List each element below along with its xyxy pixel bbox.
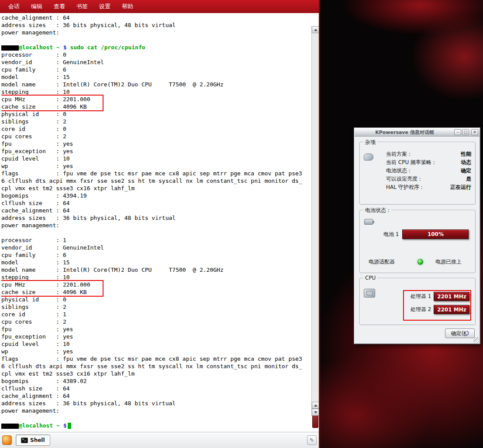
adapter-label: 电源适配器: [369, 258, 417, 266]
menu-bookmarks[interactable]: 书签: [71, 0, 93, 13]
terminal-line: core id : 1: [1, 311, 310, 318]
terminal-prompt-line: @localhost ~ $ sudo cat /proc/cpuinfo: [1, 44, 310, 51]
terminal-line: fpu_exception : yes: [1, 147, 310, 155]
terminal-line: processor : 0: [1, 51, 310, 58]
arrow-up-icon: [314, 404, 317, 407]
terminal-scrollbar[interactable]: [311, 26, 319, 416]
close-button[interactable]: [471, 129, 478, 135]
cpu-icon: [364, 289, 375, 298]
dialog-titlebar[interactable]: KPowersave 信息对话框: [355, 128, 480, 137]
terminal-line: cache size : 4096 KB: [1, 103, 103, 110]
terminal-line: cpu family : 6: [1, 251, 310, 259]
terminal-line: cpl vmx est tm2 ssse3 cx16 xtpr lahf_lm: [1, 185, 310, 192]
cpu-row-1: 处理器 1 2201 MHz: [411, 292, 469, 301]
misc-value-battery-state: 确定: [461, 167, 471, 174]
app-launcher-icon[interactable]: [2, 435, 12, 445]
redacted-username: [1, 424, 19, 429]
terminal-line: 6 clflush dts acpi mmx fxsr sse sse2 ss …: [1, 177, 310, 185]
ok-label-prefix: 确定(: [451, 330, 463, 336]
terminal-line: cpu cores : 2: [1, 318, 310, 325]
terminal-line: bogomips : 4394.19: [1, 192, 310, 199]
resize-grip-icon[interactable]: [473, 337, 479, 343]
terminal-highlight-annotation: cpu MHz : 2201.000cache size : 4096 KB: [1, 281, 103, 296]
terminal-line: cpu MHz : 2201.000: [1, 281, 103, 288]
terminal-line: cache_alignment : 64: [1, 14, 310, 21]
misc-row: 可以设定亮度： 是: [386, 175, 471, 183]
cpu-group-title: CPU: [363, 275, 377, 281]
scrollbar-up-button[interactable]: [312, 26, 319, 33]
terminal-line: address sizes : 36 bits physical, 48 bit…: [1, 214, 310, 222]
cpu1-frequency: 2201 MHz: [437, 294, 466, 300]
misc-label-scheme: 当前方案：: [386, 150, 412, 158]
terminal-prompt-line: @localhost ~ $: [1, 422, 310, 429]
terminal-text[interactable]: cache_alignment : 64address sizes : 36 b…: [1, 14, 310, 432]
misc-row: 当前方案： 性能: [386, 150, 471, 158]
menu-help[interactable]: 帮助: [116, 0, 139, 13]
terminal-line: clflush size : 64: [1, 199, 310, 207]
menu-session[interactable]: 会话: [3, 0, 25, 13]
arrow-down-icon: [314, 411, 317, 414]
terminal-line: [1, 229, 310, 236]
taskbar-shell-button[interactable]: Shell: [16, 434, 50, 446]
menu-edit[interactable]: 编辑: [25, 0, 48, 13]
arrow-up-icon: [314, 29, 317, 31]
adapter-status: 电源已接上: [435, 258, 462, 266]
cpu1-frequency-bar: 2201 MHz: [434, 292, 469, 301]
terminal-line: address sizes : 36 bits physical, 48 bit…: [1, 21, 310, 29]
terminal-line: model : 15: [1, 259, 310, 266]
terminal-line: bogomips : 4389.02: [1, 377, 310, 385]
terminal-line: core id : 0: [1, 125, 310, 133]
ok-button[interactable]: 确定(K): [445, 328, 475, 338]
taskbar-notes-icon[interactable]: [307, 435, 317, 445]
terminal-highlight-annotation: cpu MHz : 2201.000cache size : 4096 KB: [1, 96, 103, 110]
misc-row: 当前 CPU 频率策略： 动态: [386, 158, 471, 167]
misc-label-hal: HAL 守护程序：: [386, 184, 424, 191]
terminal-line: flags : fpu vme de pse tsc msr pae mce c…: [1, 355, 310, 363]
misc-group-title: 杂项: [363, 139, 377, 146]
powersave-icon: [364, 154, 373, 161]
screen: 会话 编辑 查看 书签 设置 帮助 cache_alignment : 64ad…: [0, 0, 483, 448]
battery-progressbar: 100%: [402, 229, 469, 239]
terminal-line: fpu : yes: [1, 140, 310, 147]
menu-view[interactable]: 查看: [48, 0, 71, 13]
terminal-line: clflush size : 64: [1, 385, 310, 392]
cpu2-label: 处理器 2: [411, 306, 431, 313]
cpu2-frequency-bar: 2201 MHz: [434, 305, 469, 314]
minimize-button[interactable]: [454, 129, 461, 135]
terminal-line: wp : yes: [1, 162, 310, 170]
terminal-line: siblings : 2: [1, 303, 310, 311]
terminal-line: cpu family : 6: [1, 66, 310, 73]
terminal-line: cpu MHz : 2201.000: [1, 96, 103, 103]
terminal-line: processor : 1: [1, 236, 310, 244]
desktop-wallpaper: KPowersave 信息对话框 杂项 当前方案： 性能 当前 CPU 频率策略…: [320, 0, 483, 448]
misc-label-battery-state: 电池状态：: [386, 167, 412, 174]
terminal-line: stepping : 10: [1, 88, 310, 96]
terminal-line: [1, 36, 310, 44]
scrollbar-down-button[interactable]: [312, 409, 319, 416]
scrollbar-up-button-2[interactable]: [312, 402, 319, 409]
misc-value-cpu-policy: 动态: [461, 159, 471, 166]
terminal-cursor: [68, 423, 71, 429]
terminal-line: flags : fpu vme de pse tsc msr pae mce c…: [1, 170, 310, 177]
misc-group: 杂项 当前方案： 性能 当前 CPU 频率策略： 动态 电池状态： 确定: [359, 142, 476, 205]
terminal-line: fpu_exception : yes: [1, 333, 310, 340]
menu-settings[interactable]: 设置: [93, 0, 116, 13]
cpu-row-2: 处理器 2 2201 MHz: [411, 305, 469, 314]
taskbar: Shell: [0, 432, 319, 448]
misc-value-brightness: 是: [466, 175, 471, 183]
terminal-line: vendor_id : GenuineIntel: [1, 58, 310, 66]
battery-percent: 100%: [428, 231, 444, 237]
terminal-viewport: cache_alignment : 64address sizes : 36 b…: [0, 13, 319, 432]
adapter-row: 电源适配器 电源已接上: [369, 258, 471, 266]
dialog-title: KPowersave 信息对话框: [356, 129, 453, 136]
cpu-group: CPU 处理器 1 2201 MHz 处理器 2 2201 MHz: [359, 278, 476, 325]
misc-value-scheme: 性能: [461, 150, 471, 158]
terminal-line: vendor_id : GenuineIntel: [1, 244, 310, 251]
adapter-led-icon: [417, 259, 423, 265]
maximize-button[interactable]: [462, 129, 469, 135]
cpu1-label: 处理器 1: [411, 293, 431, 300]
terminal-menubar: 会话 编辑 查看 书签 设置 帮助: [0, 0, 319, 13]
terminal-line: power management:: [1, 29, 310, 36]
battery-group-title: 电池状态 :: [363, 207, 391, 214]
terminal-line: physical id : 0: [1, 296, 310, 303]
